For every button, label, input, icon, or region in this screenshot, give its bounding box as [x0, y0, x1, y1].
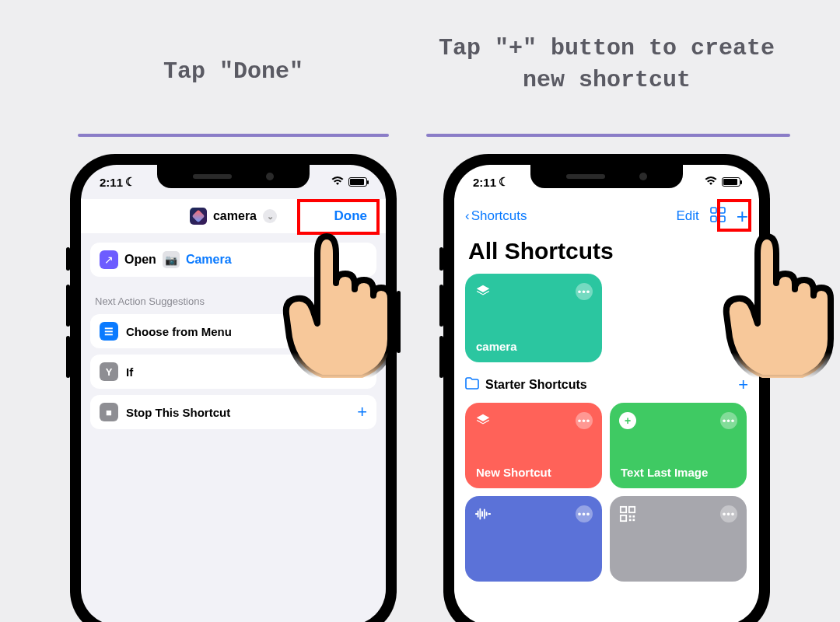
shortcut-tile-qr[interactable]: ••• [610, 496, 747, 582]
more-icon[interactable]: ••• [576, 283, 593, 300]
step2-underline [426, 134, 790, 137]
status-time: 2:11 [473, 176, 496, 189]
open-label: Open [124, 253, 156, 267]
starter-shortcuts-section[interactable]: Starter Shortcuts + [465, 373, 748, 397]
suggestion-stop-shortcut[interactable]: ■ Stop This Shortcut + [90, 395, 376, 429]
stop-icon: ■ [100, 403, 118, 421]
highlight-box-done [297, 199, 380, 235]
chevron-left-icon: ‹ [465, 208, 470, 224]
suggestion-if[interactable]: Y If + [90, 355, 376, 389]
battery-icon [722, 177, 740, 187]
shortcut-tile-camera[interactable]: ••• camera [465, 274, 602, 362]
svg-rect-0 [711, 208, 716, 213]
shortcut-tile-text-last-image[interactable]: + ••• Text Last Image [610, 403, 747, 488]
more-icon[interactable]: ••• [720, 505, 737, 522]
suggestion-label: Stop This Shortcut [126, 406, 230, 419]
section-title: Starter Shortcuts [485, 378, 587, 392]
more-icon[interactable]: ••• [576, 505, 593, 522]
camera-app-name[interactable]: Camera [186, 253, 232, 267]
next-action-suggestions-header: Next Action Suggestions [95, 295, 205, 307]
suggestion-label: If [126, 365, 133, 379]
layers-icon [474, 283, 492, 300]
edit-button[interactable]: Edit [677, 208, 699, 224]
more-icon[interactable]: ••• [576, 412, 593, 429]
add-suggestion-icon[interactable]: + [357, 362, 367, 382]
shortcuts-app-icon [190, 208, 207, 225]
highlight-box-plus [717, 199, 751, 232]
phone-mockup-1: 2:11 ☾ camera ⌄ Done ↗ Open 📷 Camera [70, 154, 397, 622]
camera-app-icon: 📷 [163, 251, 180, 268]
wifi-icon [705, 176, 717, 188]
status-bar: 2:11 ☾ [454, 165, 759, 199]
status-bar: 2:11 ☾ [81, 165, 386, 199]
action-open-app[interactable]: ↗ Open 📷 Camera [90, 243, 376, 277]
status-time: 2:11 [100, 176, 123, 189]
tile-label: camera [476, 340, 517, 353]
phone-mockup-2: 2:11 ☾ ‹ Shortcuts Edit + All Short [443, 154, 770, 622]
svg-rect-6 [621, 515, 626, 521]
shortcut-name-label[interactable]: camera [213, 209, 257, 223]
speech-bubble-icon: + [619, 412, 636, 429]
wifi-icon [331, 176, 344, 188]
suggestion-choose-from-menu[interactable]: ☰ Choose from Menu + [90, 314, 376, 348]
menu-icon: ☰ [100, 322, 118, 341]
chevron-down-icon[interactable]: ⌄ [263, 209, 277, 223]
svg-rect-9 [629, 519, 632, 521]
back-button[interactable]: ‹ Shortcuts [465, 208, 527, 224]
more-icon[interactable]: ••• [720, 412, 737, 429]
battery-icon [348, 177, 367, 187]
tile-label: New Shortcut [476, 466, 551, 479]
suggestion-label: Choose from Menu [126, 325, 232, 338]
shortcut-tile-wave[interactable]: ••• [465, 496, 602, 582]
moon-icon: ☾ [125, 175, 135, 189]
svg-rect-5 [629, 507, 635, 512]
svg-rect-10 [632, 519, 635, 521]
open-app-icon: ↗ [100, 250, 118, 269]
step1-caption: Tap "Done" [78, 56, 389, 88]
back-label: Shortcuts [471, 208, 527, 224]
svg-rect-7 [629, 515, 632, 518]
tile-label: Text Last Image [621, 466, 708, 479]
folder-icon [465, 377, 479, 393]
step1-underline [78, 134, 389, 137]
step2-caption: Tap "+" button to create new shortcut [420, 33, 793, 96]
waveform-icon [474, 505, 492, 522]
svg-rect-8 [632, 515, 635, 518]
svg-rect-4 [621, 507, 626, 512]
qr-icon [619, 505, 636, 522]
shortcuts-navbar: ‹ Shortcuts Edit + [454, 199, 759, 233]
shortcut-tile-new[interactable]: ••• New Shortcut [465, 403, 602, 488]
add-suggestion-icon[interactable]: + [357, 402, 367, 422]
branch-icon: Y [100, 362, 118, 381]
section-add-icon[interactable]: + [738, 375, 748, 395]
add-suggestion-icon[interactable]: + [357, 321, 367, 341]
svg-rect-2 [711, 216, 716, 222]
layers-icon [474, 412, 492, 429]
moon-icon: ☾ [499, 175, 509, 189]
page-title: All Shortcuts [468, 238, 614, 264]
